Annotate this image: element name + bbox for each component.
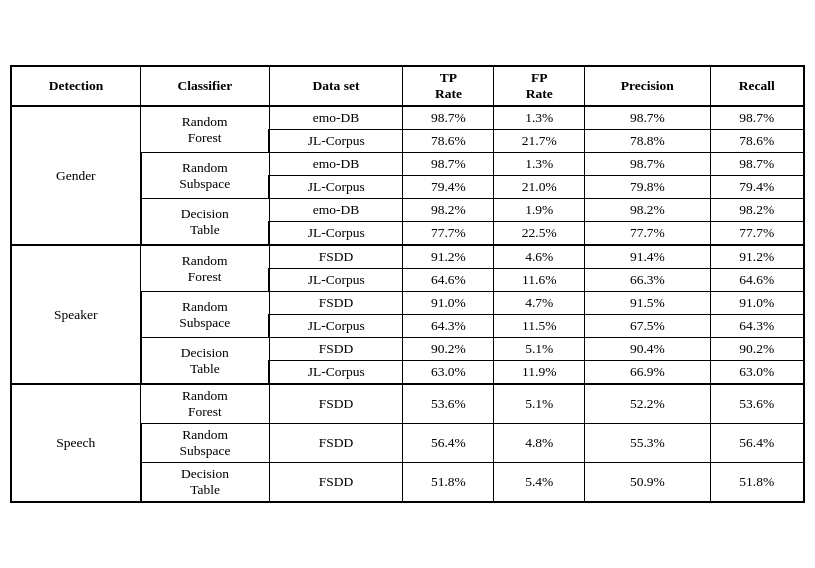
fp-cell: 5.1% [494,338,585,361]
precision-cell: 78.8% [585,130,710,153]
recall-cell: 78.6% [710,130,804,153]
precision-cell: 67.5% [585,315,710,338]
recall-cell: 64.3% [710,315,804,338]
tp-cell: 53.6% [403,384,494,424]
fp-cell: 4.7% [494,292,585,315]
precision-cell: 91.5% [585,292,710,315]
precision-cell: 91.4% [585,245,710,269]
col-header-fp-rate: FPRate [494,66,585,106]
classifier-cell: RandomSubspace [141,424,270,463]
fp-cell: 1.3% [494,153,585,176]
dataset-cell: emo-DB [269,153,403,176]
col-header-recall: Recall [710,66,804,106]
tp-cell: 98.2% [403,199,494,222]
precision-cell: 98.2% [585,199,710,222]
dataset-cell: FSDD [269,338,403,361]
precision-cell: 90.4% [585,338,710,361]
classifier-cell: DecisionTable [141,338,270,385]
fp-cell: 21.7% [494,130,585,153]
classifier-cell: RandomSubspace [141,153,270,199]
fp-cell: 11.5% [494,315,585,338]
dataset-cell: JL-Corpus [269,130,403,153]
tp-cell: 78.6% [403,130,494,153]
dataset-cell: JL-Corpus [269,315,403,338]
tp-cell: 91.2% [403,245,494,269]
tp-cell: 79.4% [403,176,494,199]
recall-cell: 98.7% [710,153,804,176]
table-wrapper: Detection Classifier Data set TPRate FPR… [10,65,805,503]
tp-cell: 64.3% [403,315,494,338]
recall-cell: 77.7% [710,222,804,246]
dataset-cell: JL-Corpus [269,222,403,246]
recall-cell: 53.6% [710,384,804,424]
recall-cell: 98.7% [710,106,804,130]
col-header-detection: Detection [11,66,141,106]
fp-cell: 11.9% [494,361,585,385]
dataset-cell: JL-Corpus [269,176,403,199]
tp-cell: 91.0% [403,292,494,315]
recall-cell: 51.8% [710,463,804,503]
dataset-cell: emo-DB [269,106,403,130]
precision-cell: 52.2% [585,384,710,424]
precision-cell: 66.9% [585,361,710,385]
col-header-precision: Precision [585,66,710,106]
recall-cell: 63.0% [710,361,804,385]
tp-cell: 98.7% [403,153,494,176]
classifier-cell: RandomForest [141,106,270,153]
tp-cell: 64.6% [403,269,494,292]
fp-cell: 1.3% [494,106,585,130]
precision-cell: 77.7% [585,222,710,246]
classifier-cell: RandomSubspace [141,292,270,338]
precision-cell: 79.8% [585,176,710,199]
recall-cell: 91.2% [710,245,804,269]
fp-cell: 5.4% [494,463,585,503]
recall-cell: 90.2% [710,338,804,361]
recall-cell: 91.0% [710,292,804,315]
precision-cell: 50.9% [585,463,710,503]
recall-cell: 56.4% [710,424,804,463]
dataset-cell: FSDD [269,424,403,463]
results-table: Detection Classifier Data set TPRate FPR… [10,65,805,503]
fp-cell: 22.5% [494,222,585,246]
tp-cell: 98.7% [403,106,494,130]
dataset-cell: FSDD [269,463,403,503]
detection-cell-speaker: Speaker [11,245,141,384]
dataset-cell: FSDD [269,384,403,424]
recall-cell: 79.4% [710,176,804,199]
fp-cell: 1.9% [494,199,585,222]
tp-cell: 90.2% [403,338,494,361]
recall-cell: 98.2% [710,199,804,222]
col-header-classifier: Classifier [141,66,270,106]
dataset-cell: FSDD [269,245,403,269]
dataset-cell: emo-DB [269,199,403,222]
col-header-tp-rate: TPRate [403,66,494,106]
tp-cell: 56.4% [403,424,494,463]
detection-cell-gender: Gender [11,106,141,245]
classifier-cell: RandomForest [141,384,270,424]
detection-cell-speech: Speech [11,384,141,502]
fp-cell: 11.6% [494,269,585,292]
dataset-cell: JL-Corpus [269,269,403,292]
classifier-cell: DecisionTable [141,463,270,503]
fp-cell: 4.6% [494,245,585,269]
tp-cell: 77.7% [403,222,494,246]
precision-cell: 98.7% [585,106,710,130]
classifier-cell: RandomForest [141,245,270,292]
tp-cell: 51.8% [403,463,494,503]
dataset-cell: JL-Corpus [269,361,403,385]
tp-cell: 63.0% [403,361,494,385]
fp-cell: 5.1% [494,384,585,424]
col-header-dataset: Data set [269,66,403,106]
precision-cell: 55.3% [585,424,710,463]
dataset-cell: FSDD [269,292,403,315]
recall-cell: 64.6% [710,269,804,292]
fp-cell: 4.8% [494,424,585,463]
precision-cell: 98.7% [585,153,710,176]
classifier-cell: DecisionTable [141,199,270,246]
precision-cell: 66.3% [585,269,710,292]
fp-cell: 21.0% [494,176,585,199]
